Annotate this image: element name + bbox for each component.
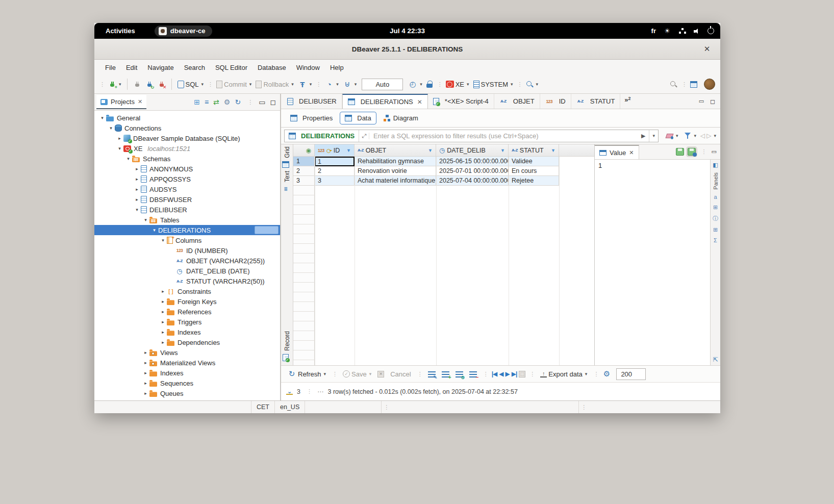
commit-button[interactable]: Commit▾ [214,79,254,90]
tree-item-appqossys[interactable]: ▸APPQOSSYS [94,174,280,184]
row-number[interactable]: 1 [293,157,315,166]
new-connection-icon[interactable]: ⊞ [194,98,200,106]
tree-item-general[interactable]: ▾General [94,113,280,123]
record-mode-icon[interactable] [283,354,289,361]
timezone-indicator[interactable]: CET [251,401,275,413]
cell-statut[interactable]: Rejetee [509,176,559,186]
tree-item-indexes[interactable]: ▸Indexes [94,327,280,337]
value-viewer-content[interactable]: 1 [595,160,710,365]
tree-item-triggers[interactable]: ▸Triggers [94,317,280,327]
export-data-button[interactable]: ↑Export data▾ [538,369,589,380]
autocommit-combo[interactable]: Auto [362,79,403,90]
cell-statut[interactable]: En cours [509,166,559,176]
tree-item-date-delib-date-[interactable]: ◷DATE_DELIB (DATE) [94,266,280,276]
cell-objet[interactable]: Renovation voirie [355,166,436,176]
cell-date_delib[interactable]: 2025-07-01 00:00:00.000 [436,166,509,176]
save-value-timed-icon[interactable] [688,148,696,156]
window-close-button[interactable]: ✕ [701,43,713,55]
tree-item-dependencies[interactable]: ▸Dependencies [94,337,280,347]
network-hub-icon[interactable] [678,28,686,34]
performance-button[interactable]: ◔▾ [322,79,341,90]
fetch-size-input[interactable]: 200 [616,368,646,380]
cell-date_delib[interactable]: 2025-07-04 00:00:00.000 [436,176,509,186]
editor-tab-delibuser[interactable]: DELIBUSER [282,94,342,109]
menu-item-navigate[interactable]: Navigate [143,62,178,73]
editor-tab-id[interactable]: 123ID [540,94,571,109]
result-settings-icon[interactable]: ⚙ [602,369,611,379]
expander-icon[interactable]: ▸ [133,197,141,202]
transaction-mode-button[interactable]: Ŧ▾ [296,79,314,90]
save-button[interactable]: ✓Save▾ [341,369,373,380]
tree-item-id-number-[interactable]: 123ID (NUMBER) [94,245,280,256]
tree-item-foreign-keys[interactable]: ▸Foreign Keys [94,296,280,307]
add-row-button[interactable]: + [440,369,451,379]
filter-history-dropdown[interactable]: ▾ [649,130,658,142]
row-number[interactable]: 2 [293,166,315,176]
expander-icon[interactable]: ▾ [159,238,167,243]
maximize-editor-icon[interactable]: ◻ [710,98,715,105]
connect-button[interactable] [131,79,143,90]
calc-panel-icon[interactable]: Σ [714,237,717,243]
rollback-button[interactable]: Rollback▾ [254,79,295,90]
refresh-button[interactable]: ↻Refresh▾ [285,368,328,380]
transaction-log-button[interactable]: ◴▾ [406,78,424,90]
editor-tab-statut[interactable]: A-ZSTATUT [571,94,621,109]
column-filter-icon[interactable]: ▼ [551,148,555,153]
tree-item-connections[interactable]: ▾Connections [94,123,280,133]
sql-filter-input[interactable] [369,132,638,140]
tree-item-objet-varchar2-255-[interactable]: A-ZOBJET (VARCHAR2(255)) [94,256,280,266]
menu-item-file[interactable]: File [100,62,120,73]
nav-forward-icon[interactable]: ▷ [706,132,711,139]
menu-item-window[interactable]: Window [292,62,324,73]
expander-icon[interactable]: ▸ [159,319,167,324]
expander-icon[interactable]: ▸ [133,166,141,171]
expander-icon[interactable]: ▸ [133,177,141,182]
fetch-rows-icon[interactable]: ⌄ [286,389,293,395]
more-icon[interactable]: ⋯ [317,388,324,395]
activities-button[interactable]: Activities [100,26,140,36]
delete-row-button[interactable]: − [467,369,479,379]
next-row-button[interactable]: ▶ [506,370,510,377]
panel-menu-icon[interactable]: ⋮ [701,148,706,155]
global-search-button[interactable] [668,79,679,90]
expander-icon[interactable]: ▾ [142,217,149,222]
new-connection-button[interactable]: +▾ [106,79,123,90]
power-icon[interactable] [707,28,714,34]
disconnect-button[interactable]: ✕ [156,79,168,90]
subtab-diagram[interactable]: Diagram [378,112,423,124]
menu-item-edit[interactable]: Edit [121,62,142,73]
perspective-button[interactable] [688,80,702,89]
tree-item-schemas[interactable]: ▾Schemas [94,154,280,164]
dbeaver-logo-button[interactable] [702,77,717,91]
execute-filter-icon[interactable]: ▶ [638,133,649,139]
grouping-panel-icon[interactable]: ⊞ [713,204,718,211]
maximize-icon[interactable]: ◻ [270,98,276,106]
tree-item-audsys[interactable]: ▸AUDSYS [94,184,280,194]
expander-icon[interactable]: ▾ [150,228,158,233]
tree-item-columns[interactable]: ▾Columns [94,235,280,245]
data-transfer-button[interactable]: ⊎▾ [341,78,359,90]
menu-item-help[interactable]: Help [325,62,348,73]
expander-icon[interactable]: ▸ [159,330,167,335]
column-header-objet[interactable]: A-ZOBJET▼ [355,144,436,157]
tree-item-references[interactable]: ▸References [94,307,280,317]
sql-editor-button[interactable]: SQL▾ [175,79,206,90]
expander-icon[interactable]: ▸ [159,299,167,304]
collapse-all-icon[interactable]: ≡ [205,98,209,106]
menu-item-search[interactable]: Search [180,62,210,73]
expander-icon[interactable]: ▸ [133,187,141,192]
column-filter-icon[interactable]: ▼ [346,148,351,153]
text-presentation-icon[interactable]: ≣ [282,185,290,193]
script-changes-button[interactable]: ✕ [375,369,386,379]
keyboard-layout-indicator[interactable]: fr [651,27,656,35]
references-panel-icon[interactable]: ⊞ [713,226,718,233]
expander-icon[interactable]: ▾ [116,146,123,151]
edit-cell-button[interactable]: ✎ [426,369,438,379]
clock[interactable]: Jul 4 22:33 [390,27,425,35]
cell-statut[interactable]: Validee [509,157,559,166]
first-row-button[interactable]: |◀ [492,370,497,377]
last-row-button[interactable]: ▶| [512,370,517,377]
expander-icon[interactable]: ▸ [142,360,149,365]
tree-item-delibuser[interactable]: ▾DELIBUSER [94,205,280,215]
refresh-icon[interactable]: ↻ [235,98,241,106]
